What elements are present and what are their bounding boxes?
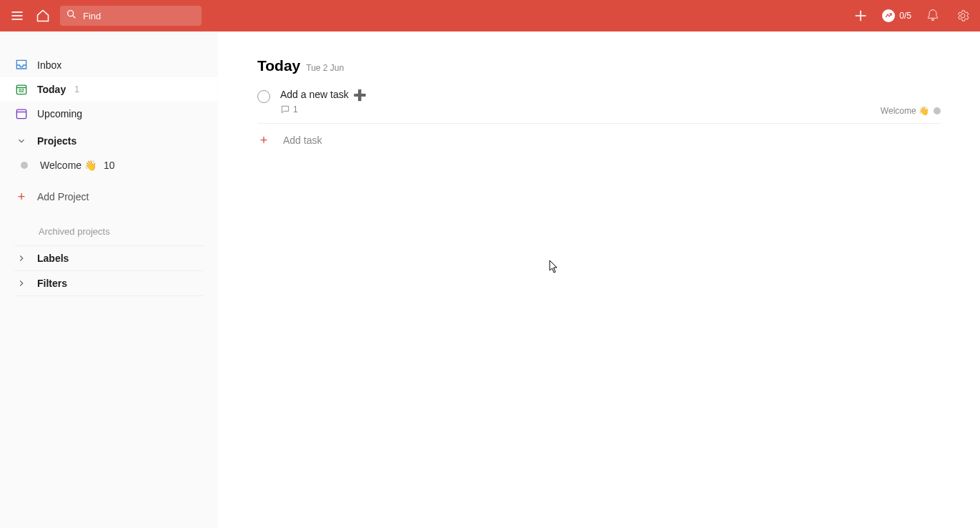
search-icon xyxy=(66,9,77,23)
home-icon[interactable] xyxy=(34,7,51,24)
sidebar-item-inbox[interactable]: Inbox xyxy=(0,53,217,77)
archived-projects-link[interactable]: Archived projects xyxy=(0,209,217,245)
upcoming-icon xyxy=(13,105,30,122)
sidebar-section-label: Filters xyxy=(37,278,67,289)
chevron-right-icon xyxy=(13,250,30,267)
add-task-label: Add task xyxy=(283,135,322,146)
sidebar-project-welcome[interactable]: Welcome 👋 10 xyxy=(0,153,217,177)
task-project-tag[interactable]: Welcome 👋 xyxy=(881,106,941,116)
sidebar-item-label: Inbox xyxy=(37,59,61,71)
task-title: Add a new task ➕ xyxy=(280,89,941,100)
add-project-label: Add Project xyxy=(37,191,89,202)
task-row[interactable]: Add a new task ➕ 1 Welcome 👋 xyxy=(257,87,941,124)
topbar-right: 0/5 xyxy=(852,7,971,24)
sidebar-section-label: Labels xyxy=(37,253,69,264)
svg-point-3 xyxy=(68,11,74,16)
view-header: Today Tue 2 Jun xyxy=(257,57,941,74)
chevron-down-icon xyxy=(13,132,30,150)
topbar: 0/5 xyxy=(0,0,980,31)
task-body: Add a new task ➕ 1 xyxy=(280,89,941,114)
sidebar-item-label: Today xyxy=(37,84,66,95)
search-input[interactable] xyxy=(60,6,202,26)
sidebar-item-count: 1 xyxy=(74,84,79,94)
comment-icon xyxy=(280,104,290,114)
page-title: Today xyxy=(257,57,300,74)
svg-rect-10 xyxy=(16,109,26,119)
sidebar-item-label: Upcoming xyxy=(37,108,82,119)
task-comments[interactable]: 1 xyxy=(280,104,941,114)
project-color-dot xyxy=(21,162,28,169)
sidebar-item-today[interactable]: 02 Today 1 xyxy=(0,77,217,102)
task-project-label: Welcome 👋 xyxy=(881,106,929,116)
add-task-button[interactable]: + Add task xyxy=(257,124,941,157)
search-field[interactable] xyxy=(83,11,196,21)
productivity-score: 0/5 xyxy=(899,11,911,21)
sidebar-section-projects[interactable]: Projects xyxy=(0,129,217,153)
productivity-button[interactable]: 0/5 xyxy=(882,9,911,22)
quick-add-icon[interactable] xyxy=(852,7,869,24)
divider xyxy=(14,295,203,296)
sidebar-item-upcoming[interactable]: Upcoming xyxy=(0,102,217,126)
sidebar-section-labels[interactable]: Labels xyxy=(0,246,217,270)
task-comment-count: 1 xyxy=(293,104,298,114)
page-date: Tue 2 Jun xyxy=(306,63,344,73)
sidebar-project-count: 10 xyxy=(104,160,115,171)
sidebar: Inbox 02 Today 1 Upcoming Projects Welco… xyxy=(0,31,218,528)
svg-text:02: 02 xyxy=(19,88,24,93)
task-checkbox[interactable] xyxy=(257,90,270,103)
add-project-button[interactable]: + Add Project xyxy=(0,185,217,209)
task-title-text: Add a new task xyxy=(280,89,349,100)
plus-icon: + xyxy=(16,190,27,203)
productivity-icon xyxy=(882,9,895,22)
today-icon: 02 xyxy=(13,81,30,98)
svg-line-4 xyxy=(73,16,75,18)
topbar-left xyxy=(9,6,202,26)
settings-icon[interactable] xyxy=(954,7,971,24)
project-color-dot xyxy=(934,107,941,114)
sidebar-project-label: Welcome 👋 xyxy=(40,160,96,171)
sidebar-section-filters[interactable]: Filters xyxy=(0,271,217,295)
menu-icon[interactable] xyxy=(9,7,26,24)
chevron-right-icon xyxy=(13,275,30,292)
plus-icon: + xyxy=(257,134,270,147)
main-content: Today Tue 2 Jun Add a new task ➕ 1 Welco… xyxy=(218,31,980,528)
notifications-icon[interactable] xyxy=(924,7,941,24)
sidebar-section-label: Projects xyxy=(37,135,76,147)
plus-icon: ➕ xyxy=(353,89,367,100)
inbox-icon xyxy=(13,57,30,74)
body: Inbox 02 Today 1 Upcoming Projects Welco… xyxy=(0,31,980,528)
